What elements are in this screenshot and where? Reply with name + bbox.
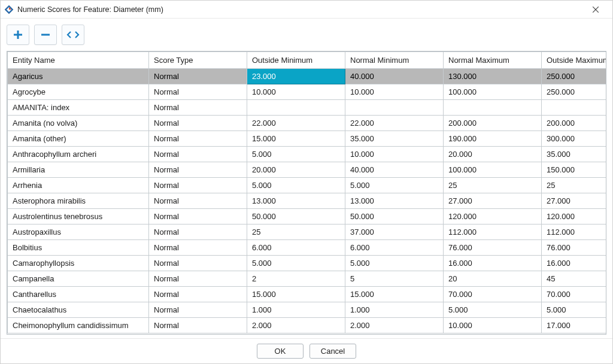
cell-outside-min[interactable]: 5.000: [247, 147, 345, 162]
cell-score-type[interactable]: Normal: [149, 193, 247, 209]
cell-outside-min[interactable]: 2.000: [247, 318, 345, 333]
cell-entity[interactable]: Camarophyllopsis: [8, 256, 149, 271]
cell-normal-min[interactable]: 5.000: [345, 256, 444, 271]
cell-outside-max[interactable]: 35.000: [542, 147, 607, 162]
cell-outside-max[interactable]: [542, 100, 607, 116]
table-row[interactable]: AgrocybeNormal10.00010.000100.000250.000: [8, 84, 607, 100]
cell-entity[interactable]: Cantharellus: [8, 287, 149, 302]
cell-normal-max[interactable]: 5.000: [444, 302, 542, 318]
cell-score-type[interactable]: Normal: [149, 131, 247, 147]
table-row[interactable]: CantharellusNormal15.00015.00070.00070.0…: [8, 287, 607, 302]
table-row[interactable]: Austrolentinus tenebrosusNormal50.00050.…: [8, 209, 607, 225]
cell-normal-max[interactable]: 20: [444, 271, 542, 287]
cell-normal-max[interactable]: 10.000: [444, 318, 542, 333]
cell-entity[interactable]: AMANITA: index: [8, 100, 149, 116]
table-row[interactable]: CampanellaNormal252045: [8, 271, 607, 287]
cell-outside-max[interactable]: 112.000: [542, 225, 607, 240]
cell-normal-max[interactable]: 70.000: [444, 287, 542, 302]
cell-score-type[interactable]: Normal: [149, 84, 247, 100]
cell-normal-min[interactable]: 5: [345, 271, 444, 287]
cell-outside-max[interactable]: 5.000: [542, 302, 607, 318]
header-entity[interactable]: Entity Name: [8, 52, 149, 69]
cell-outside-max[interactable]: 16.000: [542, 256, 607, 271]
cell-normal-min[interactable]: 50.000: [345, 209, 444, 225]
cell-score-type[interactable]: Normal: [149, 100, 247, 116]
cell-normal-min[interactable]: 22.000: [345, 116, 444, 131]
cell-normal-min[interactable]: 35.000: [345, 131, 444, 147]
cell-outside-max[interactable]: 250.000: [542, 69, 607, 84]
cell-normal-max[interactable]: 112.000: [444, 225, 542, 240]
cell-normal-min[interactable]: 37.000: [345, 225, 444, 240]
table-row[interactable]: Cheimonophyllum candidissimumNormal2.000…: [8, 318, 607, 333]
table-row[interactable]: AgaricusNormal23.00040.000130.000250.000: [8, 69, 607, 84]
cell-entity[interactable]: Arrhenia: [8, 178, 149, 193]
close-button[interactable]: [584, 1, 608, 18]
cell-normal-max[interactable]: 25: [444, 178, 542, 193]
cell-normal-min[interactable]: 2.000: [345, 318, 444, 333]
cell-outside-min[interactable]: 5.000: [247, 256, 345, 271]
cell-outside-min[interactable]: 23.000: [247, 69, 345, 84]
cell-normal-max[interactable]: 16.000: [444, 256, 542, 271]
cell-normal-max[interactable]: 120.000: [444, 209, 542, 225]
cell-score-type[interactable]: Normal: [149, 256, 247, 271]
cell-normal-min[interactable]: 13.000: [345, 193, 444, 209]
cell-normal-min[interactable]: 5.000: [345, 178, 444, 193]
cell-normal-max[interactable]: 200.000: [444, 116, 542, 131]
table-row[interactable]: Asterophora mirabilisNormal13.00013.0002…: [8, 193, 607, 209]
table-row[interactable]: CamarophyllopsisNormal5.0005.00016.00016…: [8, 256, 607, 271]
table-row[interactable]: ArmillariaNormal20.00040.000100.000150.0…: [8, 162, 607, 178]
header-outside-max[interactable]: Outside Maximum: [542, 52, 607, 69]
cell-outside-max[interactable]: 70.000: [542, 287, 607, 302]
cell-outside-max[interactable]: 300.000: [542, 131, 607, 147]
cell-outside-max[interactable]: 150.000: [542, 162, 607, 178]
cell-normal-min[interactable]: 15.000: [345, 287, 444, 302]
cell-entity[interactable]: Armillaria: [8, 162, 149, 178]
cell-outside-min[interactable]: 50.000: [247, 209, 345, 225]
scores-table[interactable]: Entity Name Score Type Outside Minimum N…: [7, 51, 606, 333]
cell-entity[interactable]: Agrocybe: [8, 84, 149, 100]
cell-normal-max[interactable]: [444, 100, 542, 116]
cell-outside-min[interactable]: 1.000: [247, 302, 345, 318]
cell-entity[interactable]: Campanella: [8, 271, 149, 287]
cell-entity[interactable]: Asterophora mirabilis: [8, 193, 149, 209]
expand-button[interactable]: [62, 25, 84, 45]
cell-score-type[interactable]: Normal: [149, 287, 247, 302]
header-outside-min[interactable]: Outside Minimum: [247, 52, 345, 69]
cancel-button[interactable]: Cancel: [309, 344, 356, 359]
cell-normal-max[interactable]: 100.000: [444, 84, 542, 100]
cell-entity[interactable]: Anthracophyllum archeri: [8, 147, 149, 162]
cell-outside-min[interactable]: 20.000: [247, 162, 345, 178]
table-row[interactable]: Amanita (no volva)Normal22.00022.000200.…: [8, 116, 607, 131]
ok-button[interactable]: OK: [257, 344, 304, 359]
cell-normal-max[interactable]: 100.000: [444, 162, 542, 178]
header-normal-min[interactable]: Normal Minimum: [345, 52, 444, 69]
cell-normal-min[interactable]: 10.000: [345, 147, 444, 162]
cell-normal-min[interactable]: [345, 100, 444, 116]
cell-normal-min[interactable]: 40.000: [345, 162, 444, 178]
cell-score-type[interactable]: Normal: [149, 178, 247, 193]
table-row[interactable]: Amanita (other)Normal15.00035.000190.000…: [8, 131, 607, 147]
cell-normal-max[interactable]: 76.000: [444, 240, 542, 256]
cell-normal-max[interactable]: 190.000: [444, 131, 542, 147]
cell-normal-max[interactable]: 130.000: [444, 69, 542, 84]
cell-outside-max[interactable]: 120.000: [542, 209, 607, 225]
cell-normal-min[interactable]: 40.000: [345, 69, 444, 84]
cell-score-type[interactable]: Normal: [149, 302, 247, 318]
table-row[interactable]: AMANITA: indexNormal: [8, 100, 607, 116]
cell-entity[interactable]: Bolbitius: [8, 240, 149, 256]
cell-score-type[interactable]: Normal: [149, 225, 247, 240]
cell-entity[interactable]: Agaricus: [8, 69, 149, 84]
table-row[interactable]: Anthracophyllum archeriNormal5.00010.000…: [8, 147, 607, 162]
cell-entity[interactable]: Chaetocalathus: [8, 302, 149, 318]
table-row[interactable]: ChaetocalathusNormal1.0001.0005.0005.000: [8, 302, 607, 318]
header-score-type[interactable]: Score Type: [149, 52, 247, 69]
cell-outside-min[interactable]: 15.000: [247, 287, 345, 302]
cell-normal-min[interactable]: 6.000: [345, 240, 444, 256]
cell-outside-min[interactable]: 6.000: [247, 240, 345, 256]
cell-outside-max[interactable]: 27.000: [542, 193, 607, 209]
cell-outside-min[interactable]: [247, 100, 345, 116]
cell-score-type[interactable]: Normal: [149, 116, 247, 131]
cell-outside-min[interactable]: 10.000: [247, 84, 345, 100]
cell-score-type[interactable]: Normal: [149, 318, 247, 333]
cell-outside-min[interactable]: 13.000: [247, 193, 345, 209]
